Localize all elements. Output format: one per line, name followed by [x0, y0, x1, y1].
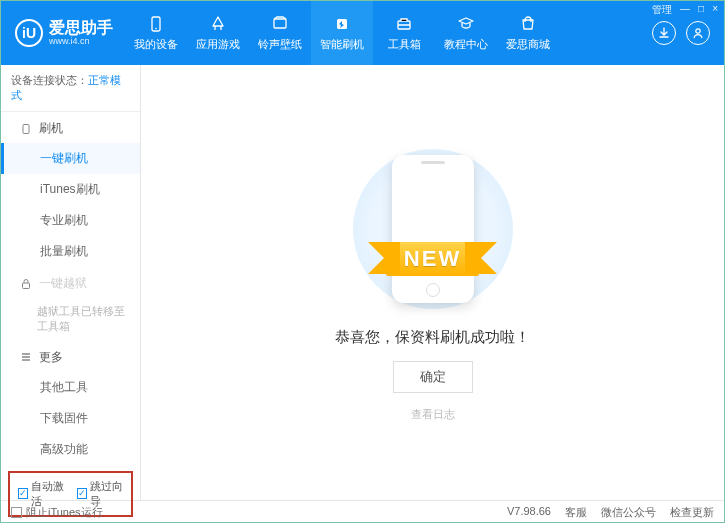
sidebar-note: 越狱工具已转移至工具箱 [1, 298, 140, 341]
media-icon [270, 14, 290, 34]
nav-media[interactable]: 铃声壁纸 [249, 1, 311, 65]
close-button[interactable]: × [712, 3, 718, 17]
sidebar-group-flash[interactable]: 刷机 [1, 112, 140, 143]
svg-point-5 [696, 29, 700, 33]
sidebar-group-jailbreak[interactable]: 一键越狱 [1, 267, 140, 298]
user-icon[interactable] [686, 21, 710, 45]
block-itunes-checkbox[interactable] [11, 507, 22, 518]
sidebar-item[interactable]: 其他工具 [1, 372, 140, 403]
status-label: 设备连接状态： [11, 74, 88, 86]
tutorial-icon [456, 14, 476, 34]
sidebar-item[interactable]: 批量刷机 [1, 236, 140, 267]
sidebar: 设备连接状态：正常模式 刷机一键刷机iTunes刷机专业刷机批量刷机一键越狱越狱… [1, 65, 141, 500]
sidebar-item[interactable]: iTunes刷机 [1, 174, 140, 205]
window-controls: 管理 — □ × [652, 3, 718, 17]
logo-area: iU 爱思助手 www.i4.cn [1, 19, 125, 47]
version-label: V7.98.66 [507, 505, 551, 520]
nav-store[interactable]: 爱思商城 [497, 1, 559, 65]
sidebar-item[interactable]: 专业刷机 [1, 205, 140, 236]
view-log-link[interactable]: 查看日志 [411, 407, 455, 422]
svg-rect-6 [23, 124, 29, 133]
device-icon [146, 14, 166, 34]
header-right [652, 21, 724, 45]
app-site: www.i4.cn [49, 36, 113, 46]
download-button[interactable] [652, 21, 676, 45]
minimize-button[interactable]: — [680, 3, 690, 17]
footer-link[interactable]: 微信公众号 [601, 505, 656, 520]
main-content: NEW 恭喜您，保资料刷机成功啦！ 确定 查看日志 [141, 65, 724, 500]
more-group-icon [19, 350, 33, 364]
nav-flash[interactable]: 智能刷机 [311, 1, 373, 65]
footer-link[interactable]: 检查更新 [670, 505, 714, 520]
sidebar-item[interactable]: 一键刷机 [1, 143, 140, 174]
footer-link[interactable]: 客服 [565, 505, 587, 520]
logo-icon: iU [15, 19, 43, 47]
store-icon [518, 14, 538, 34]
success-illustration: NEW [343, 144, 523, 314]
nav-tutorial[interactable]: 教程中心 [435, 1, 497, 65]
nav-device[interactable]: 我的设备 [125, 1, 187, 65]
maximize-button[interactable]: □ [698, 3, 704, 17]
ok-button[interactable]: 确定 [393, 361, 473, 393]
block-itunes-label: 阻止iTunes运行 [26, 505, 103, 520]
sidebar-item[interactable]: 高级功能 [1, 434, 140, 465]
apps-icon [208, 14, 228, 34]
top-nav: 我的设备应用游戏铃声壁纸智能刷机工具箱教程中心爱思商城 [125, 1, 652, 65]
success-message: 恭喜您，保资料刷机成功啦！ [335, 328, 530, 347]
checkbox-icon: ✓ [18, 488, 28, 499]
svg-rect-2 [274, 19, 286, 28]
svg-rect-7 [23, 283, 30, 289]
nav-toolbox[interactable]: 工具箱 [373, 1, 435, 65]
connection-status: 设备连接状态：正常模式 [1, 65, 140, 112]
menu-button[interactable]: 管理 [652, 3, 672, 17]
svg-point-1 [155, 28, 157, 30]
new-ribbon: NEW [386, 242, 479, 276]
jailbreak-group-icon [19, 277, 33, 291]
app-name: 爱思助手 [49, 20, 113, 36]
nav-apps[interactable]: 应用游戏 [187, 1, 249, 65]
toolbox-icon [394, 14, 414, 34]
app-header: iU 爱思助手 www.i4.cn 我的设备应用游戏铃声壁纸智能刷机工具箱教程中… [1, 1, 724, 65]
sidebar-item[interactable]: 下载固件 [1, 403, 140, 434]
checkbox-icon: ✓ [77, 488, 87, 499]
flash-group-icon [19, 122, 33, 136]
sidebar-group-more[interactable]: 更多 [1, 341, 140, 372]
flash-icon [332, 14, 352, 34]
